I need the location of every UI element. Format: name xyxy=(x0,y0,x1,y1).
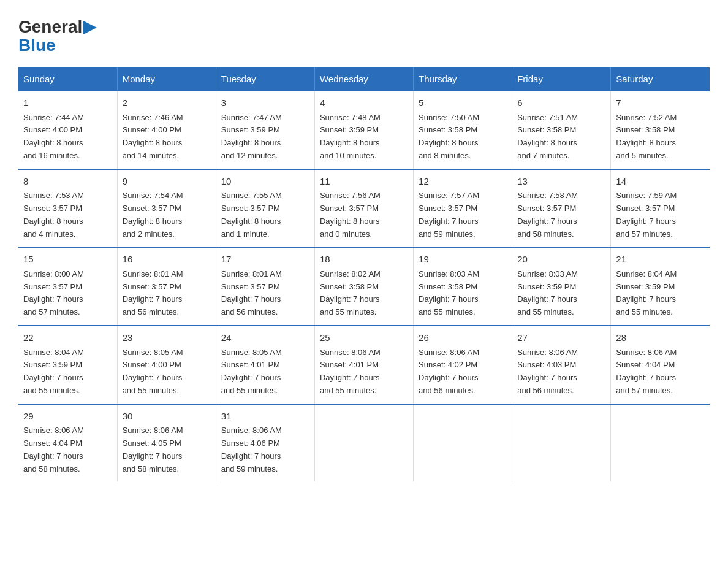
day-info: Sunrise: 7:59 AM Sunset: 3:57 PM Dayligh… xyxy=(616,190,705,240)
header-saturday: Saturday xyxy=(611,67,710,91)
day-cell-16: 16Sunrise: 8:01 AM Sunset: 3:57 PM Dayli… xyxy=(117,247,216,326)
day-cell-4: 4Sunrise: 7:48 AM Sunset: 3:59 PM Daylig… xyxy=(314,91,413,169)
logo-arrow-icon xyxy=(83,21,97,34)
day-info: Sunrise: 8:04 AM Sunset: 3:59 PM Dayligh… xyxy=(23,347,112,397)
day-info: Sunrise: 8:05 AM Sunset: 4:01 PM Dayligh… xyxy=(221,347,309,397)
day-number: 17 xyxy=(221,253,309,267)
day-number: 24 xyxy=(221,331,309,345)
day-cell-1: 1Sunrise: 7:44 AM Sunset: 4:00 PM Daylig… xyxy=(18,91,117,169)
calendar-header-row: SundayMondayTuesdayWednesdayThursdayFrid… xyxy=(18,67,710,91)
day-info: Sunrise: 8:02 AM Sunset: 3:58 PM Dayligh… xyxy=(320,268,408,319)
day-number: 25 xyxy=(320,331,408,345)
day-cell-8: 8Sunrise: 7:53 AM Sunset: 3:57 PM Daylig… xyxy=(18,169,117,248)
day-number: 19 xyxy=(419,253,507,267)
day-info: Sunrise: 8:01 AM Sunset: 3:57 PM Dayligh… xyxy=(123,268,211,319)
day-cell-empty xyxy=(414,404,512,482)
day-info: Sunrise: 7:50 AM Sunset: 3:58 PM Dayligh… xyxy=(419,112,507,163)
day-info: Sunrise: 7:47 AM Sunset: 3:59 PM Dayligh… xyxy=(221,112,309,163)
day-info: Sunrise: 7:51 AM Sunset: 3:58 PM Dayligh… xyxy=(517,112,605,163)
day-info: Sunrise: 7:58 AM Sunset: 3:57 PM Dayligh… xyxy=(517,190,605,240)
day-number: 2 xyxy=(123,96,211,110)
day-cell-11: 11Sunrise: 7:56 AM Sunset: 3:57 PM Dayli… xyxy=(314,169,413,248)
day-cell-20: 20Sunrise: 8:03 AM Sunset: 3:59 PM Dayli… xyxy=(512,247,611,326)
day-info: Sunrise: 8:06 AM Sunset: 4:01 PM Dayligh… xyxy=(320,347,408,397)
day-info: Sunrise: 8:06 AM Sunset: 4:05 PM Dayligh… xyxy=(123,424,211,475)
day-info: Sunrise: 7:54 AM Sunset: 3:57 PM Dayligh… xyxy=(123,190,211,240)
day-cell-28: 28Sunrise: 8:06 AM Sunset: 4:04 PM Dayli… xyxy=(611,326,710,404)
header-monday: Monday xyxy=(117,67,216,91)
day-info: Sunrise: 8:01 AM Sunset: 3:57 PM Dayligh… xyxy=(221,268,309,319)
day-cell-23: 23Sunrise: 8:05 AM Sunset: 4:00 PM Dayli… xyxy=(117,326,216,404)
day-cell-26: 26Sunrise: 8:06 AM Sunset: 4:02 PM Dayli… xyxy=(414,326,512,404)
day-number: 27 xyxy=(517,331,605,345)
day-number: 8 xyxy=(23,175,112,189)
day-number: 3 xyxy=(221,96,309,110)
day-cell-empty xyxy=(314,404,413,482)
day-number: 23 xyxy=(123,331,211,345)
day-info: Sunrise: 7:53 AM Sunset: 3:57 PM Dayligh… xyxy=(23,190,112,240)
day-info: Sunrise: 7:44 AM Sunset: 4:00 PM Dayligh… xyxy=(23,112,112,163)
page-header: General Blue xyxy=(18,18,710,55)
day-cell-5: 5Sunrise: 7:50 AM Sunset: 3:58 PM Daylig… xyxy=(414,91,512,169)
day-cell-10: 10Sunrise: 7:55 AM Sunset: 3:57 PM Dayli… xyxy=(216,169,314,248)
day-info: Sunrise: 7:46 AM Sunset: 4:00 PM Dayligh… xyxy=(123,112,211,163)
svg-marker-0 xyxy=(83,21,97,34)
day-number: 5 xyxy=(419,96,507,110)
logo-general: General xyxy=(18,18,82,36)
day-number: 28 xyxy=(616,331,705,345)
day-cell-25: 25Sunrise: 8:06 AM Sunset: 4:01 PM Dayli… xyxy=(314,326,413,404)
day-cell-19: 19Sunrise: 8:03 AM Sunset: 3:58 PM Dayli… xyxy=(414,247,512,326)
day-number: 12 xyxy=(419,175,507,189)
day-info: Sunrise: 8:00 AM Sunset: 3:57 PM Dayligh… xyxy=(23,268,112,319)
logo: General Blue xyxy=(18,18,97,55)
day-number: 7 xyxy=(616,96,705,110)
header-sunday: Sunday xyxy=(18,67,117,91)
day-number: 13 xyxy=(517,175,605,189)
day-cell-15: 15Sunrise: 8:00 AM Sunset: 3:57 PM Dayli… xyxy=(18,247,117,326)
day-cell-21: 21Sunrise: 8:04 AM Sunset: 3:59 PM Dayli… xyxy=(611,247,710,326)
day-info: Sunrise: 7:48 AM Sunset: 3:59 PM Dayligh… xyxy=(320,112,408,163)
day-number: 29 xyxy=(23,410,112,424)
day-cell-6: 6Sunrise: 7:51 AM Sunset: 3:58 PM Daylig… xyxy=(512,91,611,169)
day-info: Sunrise: 8:06 AM Sunset: 4:02 PM Dayligh… xyxy=(419,347,507,397)
day-cell-7: 7Sunrise: 7:52 AM Sunset: 3:58 PM Daylig… xyxy=(611,91,710,169)
day-cell-17: 17Sunrise: 8:01 AM Sunset: 3:57 PM Dayli… xyxy=(216,247,314,326)
week-row-1: 1Sunrise: 7:44 AM Sunset: 4:00 PM Daylig… xyxy=(18,91,710,169)
day-cell-3: 3Sunrise: 7:47 AM Sunset: 3:59 PM Daylig… xyxy=(216,91,314,169)
day-cell-empty xyxy=(512,404,611,482)
day-cell-30: 30Sunrise: 8:06 AM Sunset: 4:05 PM Dayli… xyxy=(117,404,216,482)
day-cell-18: 18Sunrise: 8:02 AM Sunset: 3:58 PM Dayli… xyxy=(314,247,413,326)
day-cell-13: 13Sunrise: 7:58 AM Sunset: 3:57 PM Dayli… xyxy=(512,169,611,248)
header-friday: Friday xyxy=(512,67,611,91)
day-info: Sunrise: 7:57 AM Sunset: 3:57 PM Dayligh… xyxy=(419,190,507,240)
day-info: Sunrise: 8:06 AM Sunset: 4:06 PM Dayligh… xyxy=(221,424,309,475)
calendar-table: SundayMondayTuesdayWednesdayThursdayFrid… xyxy=(18,67,710,481)
day-info: Sunrise: 8:03 AM Sunset: 3:59 PM Dayligh… xyxy=(517,268,605,319)
day-info: Sunrise: 8:04 AM Sunset: 3:59 PM Dayligh… xyxy=(616,268,705,319)
header-thursday: Thursday xyxy=(414,67,512,91)
day-info: Sunrise: 8:05 AM Sunset: 4:00 PM Dayligh… xyxy=(123,347,211,397)
day-cell-27: 27Sunrise: 8:06 AM Sunset: 4:03 PM Dayli… xyxy=(512,326,611,404)
day-info: Sunrise: 7:56 AM Sunset: 3:57 PM Dayligh… xyxy=(320,190,408,240)
day-info: Sunrise: 8:06 AM Sunset: 4:04 PM Dayligh… xyxy=(616,347,705,397)
day-cell-9: 9Sunrise: 7:54 AM Sunset: 3:57 PM Daylig… xyxy=(117,169,216,248)
day-number: 21 xyxy=(616,253,705,267)
day-cell-29: 29Sunrise: 8:06 AM Sunset: 4:04 PM Dayli… xyxy=(18,404,117,482)
day-number: 10 xyxy=(221,175,309,189)
day-cell-empty xyxy=(611,404,710,482)
day-info: Sunrise: 8:03 AM Sunset: 3:58 PM Dayligh… xyxy=(419,268,507,319)
day-cell-24: 24Sunrise: 8:05 AM Sunset: 4:01 PM Dayli… xyxy=(216,326,314,404)
logo-blue: Blue xyxy=(18,36,56,55)
day-number: 1 xyxy=(23,96,112,110)
day-cell-22: 22Sunrise: 8:04 AM Sunset: 3:59 PM Dayli… xyxy=(18,326,117,404)
day-number: 6 xyxy=(517,96,605,110)
header-tuesday: Tuesday xyxy=(216,67,314,91)
day-number: 22 xyxy=(23,331,112,345)
day-number: 30 xyxy=(123,410,211,424)
day-cell-31: 31Sunrise: 8:06 AM Sunset: 4:06 PM Dayli… xyxy=(216,404,314,482)
day-info: Sunrise: 8:06 AM Sunset: 4:04 PM Dayligh… xyxy=(23,424,112,475)
day-number: 20 xyxy=(517,253,605,267)
day-number: 18 xyxy=(320,253,408,267)
day-number: 4 xyxy=(320,96,408,110)
day-number: 14 xyxy=(616,175,705,189)
